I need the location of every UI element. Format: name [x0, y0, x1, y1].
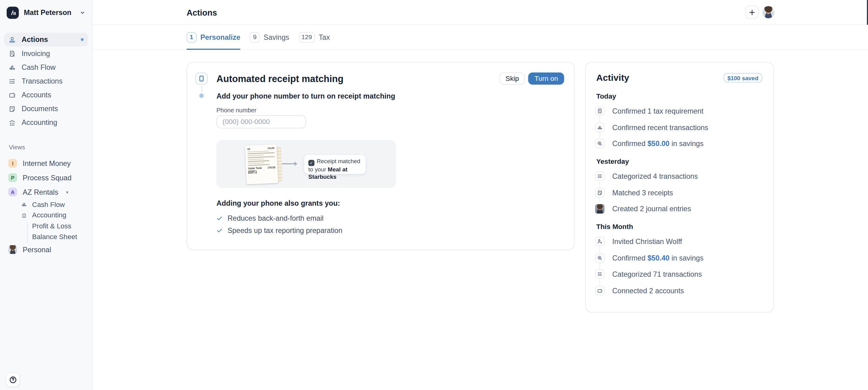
tab-count-badge: 129 [299, 32, 315, 42]
sidebar-sub-cash-flow[interactable]: Cash Flow [4, 199, 88, 210]
sidebar-item-documents[interactable]: Documents [4, 102, 88, 116]
list-icon [595, 269, 604, 279]
sidebar-sub-balance-sheet[interactable]: Balance Sheet [4, 231, 88, 242]
sidebar-item-invoicing[interactable]: $ Invoicing [4, 46, 88, 60]
benefits-title: Adding your phone also grants you: [217, 199, 340, 207]
view-label: Internet Money [23, 159, 71, 167]
sidebar-item-accounting[interactable]: Accounting [4, 116, 88, 129]
magnifier-plus-icon [595, 139, 604, 149]
tab-tax[interactable]: 129 Tax [299, 25, 330, 49]
phone-icon [195, 72, 208, 85]
sidebar-view-internet-money[interactable]: I Internet Money [4, 156, 88, 170]
step-instruction: Add your phone number to turn on receipt… [217, 92, 395, 100]
match-tooltip: ✓Receipt matched to your Meal at Starbuc… [304, 154, 366, 174]
question-mark-icon [8, 375, 17, 384]
check-icon [217, 227, 223, 234]
workspace-switcher[interactable]: Matt Peterson [0, 0, 92, 25]
list-icon [595, 171, 604, 181]
activity-item[interactable]: Confirmed recent transactions [595, 123, 762, 132]
topbar: Actions [93, 0, 868, 25]
activity-item[interactable]: Categorized 71 transactions [595, 269, 762, 279]
activity-item[interactable]: Categorized 4 transactions [595, 171, 762, 181]
sub-item-label: Profit & Loss [32, 222, 71, 230]
section-heading: Today [596, 93, 762, 100]
views-section-label: Views [4, 144, 88, 151]
activity-section-this-month: This Month Invited Christian Wolff Confi… [595, 223, 762, 295]
caret-down-icon: ▾ [66, 190, 68, 194]
tab-personalize[interactable]: 1 Personalize [187, 25, 241, 49]
tree-guide-line [27, 223, 28, 243]
tab-label: Tax [319, 33, 330, 41]
receipt-total-value: 176.53 [268, 166, 275, 169]
arrow-right-icon [282, 163, 295, 164]
phone-number-input[interactable] [217, 115, 306, 128]
sidebar-item-label: Actions [22, 35, 48, 44]
skip-button[interactable]: Skip [499, 72, 525, 85]
sidebar-sub-accounting[interactable]: Accounting [4, 210, 88, 221]
add-button[interactable] [745, 5, 758, 19]
list-icon [8, 77, 16, 85]
tab-count-badge: 9 [250, 32, 260, 42]
benefit-item: Speeds up tax reporting preparation [217, 226, 342, 234]
bar-chart-icon [21, 201, 28, 207]
sub-item-label: Accounting [32, 212, 66, 219]
benefit-item: Reduces back-and-forth email [217, 214, 324, 223]
activity-item[interactable]: Created 2 journal entries [595, 204, 762, 214]
activity-title: Activity [596, 72, 724, 83]
view-label: Process Squad [23, 173, 71, 182]
document-icon [595, 188, 604, 197]
activity-item[interactable]: Confirmed $50.40 in savings [595, 253, 762, 263]
savings-badge[interactable]: $100 saved [723, 73, 762, 83]
sidebar-item-label: Cash Flow [22, 63, 56, 71]
az-rentals-subtree: Cash Flow Accounting Profit & Loss Balan… [4, 199, 88, 242]
tabs-bar: 1 Personalize 9 Savings 129 Tax [93, 25, 868, 50]
activity-item[interactable]: Invited Christian Wolff [595, 237, 762, 247]
invoice-icon: $ [8, 50, 16, 57]
sub-item-label: Balance Sheet [32, 233, 77, 240]
sidebar-item-actions[interactable]: Actions [4, 33, 88, 46]
view-label: Personal [23, 246, 51, 254]
activity-item[interactable]: Confirmed 1 tax requirement [595, 106, 762, 116]
barcode [248, 170, 257, 174]
chevron-down-icon [80, 10, 85, 15]
sidebar-item-accounts[interactable]: Accounts [4, 88, 88, 102]
activity-item[interactable]: Matched 3 receipts [595, 188, 762, 197]
activity-item[interactable]: Connected 2 accounts [595, 286, 762, 295]
plus-icon [748, 8, 755, 15]
sidebar-view-personal[interactable]: Personal [4, 242, 88, 257]
view-initial-badge: I [8, 159, 17, 168]
stamp-icon [8, 36, 16, 43]
wallet-icon [8, 91, 16, 99]
checkbox-checked-icon: ✓ [308, 160, 315, 166]
user-avatar[interactable] [762, 6, 775, 19]
sidebar-item-cash-flow[interactable]: Cash Flow [4, 60, 88, 74]
view-initial-badge: P [8, 173, 17, 182]
workspace-name: Matt Peterson [24, 8, 75, 17]
bank-icon [21, 213, 28, 219]
activity-item[interactable]: Confirmed $50.00 in savings [595, 139, 762, 149]
sidebar-sub-profit-loss[interactable]: Profit & Loss [4, 221, 88, 231]
digits-logo-icon [7, 6, 19, 19]
help-button[interactable] [5, 372, 20, 387]
view-initial-badge: A [8, 188, 17, 197]
turn-on-button[interactable]: Turn on [528, 72, 564, 85]
personal-avatar [8, 245, 17, 254]
check-icon [217, 215, 223, 221]
notification-dot [81, 38, 84, 41]
wallet-icon [595, 286, 604, 295]
sidebar-item-label: Invoicing [22, 49, 50, 58]
sidebar-item-transactions[interactable]: Transactions [4, 74, 88, 88]
bar-chart-icon [595, 123, 604, 132]
main-content: Automated receipt matching Skip Turn on … [93, 50, 868, 390]
sidebar-view-az-rentals[interactable]: A AZ Rentals ▾ [4, 185, 88, 199]
tab-savings[interactable]: 9 Savings [250, 25, 289, 49]
user-photo-avatar [595, 204, 604, 214]
sidebar-item-label: Documents [22, 105, 58, 113]
receipt-match-illustration: 54#1145 Order Total 176.53 ✓R [217, 140, 396, 188]
receipt-icon [595, 106, 604, 116]
benefit-label: Reduces back-and-forth email [227, 214, 323, 223]
tab-label: Savings [264, 33, 289, 41]
section-heading: Yesterday [596, 158, 762, 165]
scrollbar[interactable] [867, 0, 868, 25]
sidebar-view-process-squad[interactable]: P Process Squad [4, 170, 88, 185]
